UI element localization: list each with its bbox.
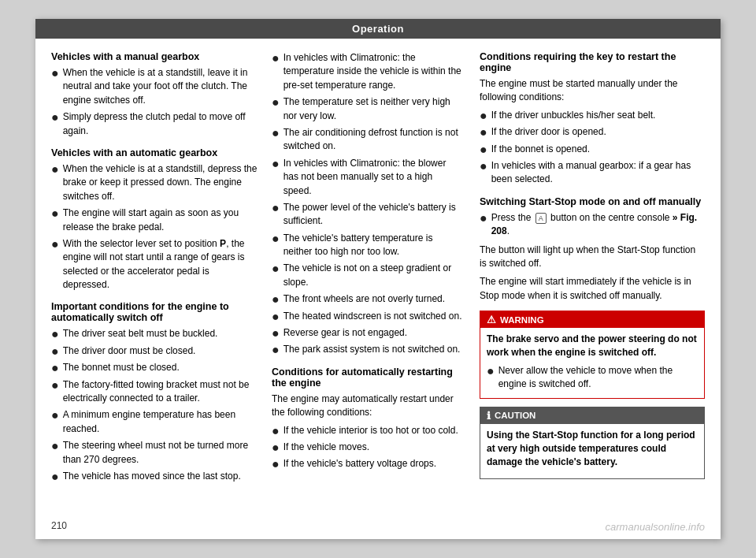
bullet-dot-icon: ●: [272, 127, 280, 140]
list-item: ● The factory-fitted towing bracket must…: [51, 378, 258, 406]
bullet-dot-icon: ●: [272, 158, 280, 170]
info-circle-icon: ℹ: [487, 410, 491, 422]
auto-restart-intro: The engine may automatically restart und…: [272, 392, 462, 420]
list-item: ● The driver door must be closed.: [51, 344, 258, 358]
list-item: ● A minimum engine temperature has been …: [51, 408, 258, 436]
list-item: ● Simply depress the clutch pedal to mov…: [51, 110, 258, 138]
bullet-dot-icon: ●: [51, 362, 59, 374]
list-item: ● If the vehicle moves.: [272, 441, 462, 454]
start-stop-button-icon: A: [536, 213, 547, 224]
warning-bold-text: The brake servo and the power steering d…: [487, 333, 697, 358]
bullet-dot-icon: ●: [272, 311, 280, 323]
bullet-dot-icon: ●: [51, 379, 59, 392]
page: Operation Vehicles with a manual gearbox…: [35, 19, 721, 539]
section-key-restart-title: Conditions requiring the key to restart …: [480, 51, 705, 73]
list-item: ● If the driver unbuckles his/her seat b…: [480, 109, 705, 122]
bullet-dot-icon: ●: [272, 293, 280, 306]
list-item: ● If the vehicle's battery voltage drops…: [272, 457, 462, 471]
bullet-dot-icon: ●: [272, 425, 280, 437]
caution-header: ℹ CAUTION: [480, 407, 704, 424]
section-auto-gearbox-title: Vehicles with an automatic gearbox: [51, 147, 258, 158]
bullet-dot-icon: ●: [272, 441, 280, 454]
list-item: ● If the vehicle interior is too hot or …: [272, 424, 462, 437]
bullet-dot-icon: ●: [480, 126, 487, 139]
list-item: ● In vehicles with Climatronic: the blow…: [272, 157, 462, 198]
bullet-dot-icon: ●: [51, 440, 59, 452]
bullet-text: The power level of the vehicle's battery…: [284, 201, 462, 229]
bullet-dot-icon: ●: [51, 345, 59, 358]
caution-text: Using the Start-Stop function for a long…: [487, 429, 698, 470]
bullet-dot-icon: ●: [51, 238, 59, 251]
bullet-text: If the driver unbuckles his/her seat bel…: [491, 109, 705, 122]
bullet-text: The front wheels are not overly turned.: [284, 292, 462, 306]
warning-box: ⚠ WARNING The brake servo and the power …: [480, 311, 705, 399]
bullet-dot-icon: ●: [51, 328, 59, 340]
list-item: ● Reverse gear is not engaged.: [272, 326, 462, 340]
bullet-dot-icon: ●: [272, 458, 280, 471]
list-item: ● The bonnet must be closed.: [51, 361, 258, 374]
list-item: ● The vehicle is not on a steep gradient…: [272, 262, 462, 289]
bullet-text: The air conditioning defrost function is…: [284, 126, 462, 154]
bullet-text: A minimum engine temperature has been re…: [63, 408, 258, 436]
bullet-dot-icon: ●: [51, 409, 59, 422]
section-manual-gearbox-title: Vehicles with a manual gearbox: [51, 51, 258, 62]
warning-body: The brake servo and the power steering d…: [480, 328, 704, 398]
list-item: ● With the selector lever set to positio…: [51, 237, 258, 292]
bullet-text: The bonnet must be closed.: [63, 361, 258, 374]
list-item: ● The power level of the vehicle's batte…: [272, 201, 462, 229]
inline-bold: P: [220, 238, 226, 249]
list-item: ● The steering wheel must not be turned …: [51, 439, 258, 467]
list-item: ● When the vehicle is at a standstill, l…: [51, 66, 258, 107]
bullet-text: In vehicles with a manual gearbox: if a …: [491, 159, 705, 187]
bullet-text: The vehicle is not on a steep gradient o…: [284, 262, 462, 289]
list-item: ● If the driver door is opened.: [480, 125, 705, 139]
bullet-dot-icon: ●: [480, 160, 487, 173]
bullet-text: The park assist system is not switched o…: [284, 343, 462, 356]
list-item: ● In vehicles with a manual gearbox: if …: [480, 159, 705, 187]
bullet-text: In vehicles with Climatronic: the temper…: [284, 51, 462, 92]
bullet-text: Never allow the vehicle to move when the…: [498, 364, 698, 392]
key-restart-intro: The engine must be started manually unde…: [480, 77, 705, 105]
bullet-text: If the driver door is opened.: [491, 125, 705, 139]
list-item: ● Press the A button on the centre conso…: [480, 211, 705, 239]
bullet-dot-icon: ●: [51, 111, 59, 124]
bullet-text: The engine will start again as soon as y…: [63, 206, 258, 234]
list-item: ● The air conditioning defrost function …: [272, 126, 462, 154]
fig-reference: Fig. 208: [491, 212, 698, 236]
bullet-text: The driver seat belt must be buckled.: [63, 327, 258, 340]
bullet-text: The driver door must be closed.: [63, 344, 258, 358]
bullet-text: If the vehicle moves.: [284, 441, 462, 454]
section-startstop-title: Switching Start-Stop mode on and off man…: [480, 196, 705, 207]
bullet-dot-icon: ●: [272, 202, 280, 214]
list-item: ● The park assist system is not switched…: [272, 343, 462, 356]
caution-box: ℹ CAUTION Using the Start-Stop function …: [480, 407, 705, 479]
list-item: ● The heated windscreen is not switched …: [272, 310, 462, 323]
bullet-dot-icon: ●: [272, 262, 280, 275]
bullet-text: The steering wheel must not be turned mo…: [63, 439, 258, 467]
caution-bold-text: Using the Start-Stop function for a long…: [487, 430, 695, 468]
engine-start-text: The engine will start immediately if the…: [480, 275, 705, 303]
watermark-text: carmanualsonline.info: [606, 521, 705, 533]
bullet-text: When the vehicle is at a standstill, lea…: [63, 66, 258, 107]
bullet-text: If the vehicle interior is too hot or to…: [284, 424, 462, 437]
bullet-dot-icon: ●: [51, 67, 59, 80]
list-item: ● If the bonnet is opened.: [480, 143, 705, 156]
bullet-dot-icon: ●: [272, 232, 280, 245]
list-item: ● The engine will start again as soon as…: [51, 206, 258, 234]
list-item: ● The vehicle has moved since the last s…: [51, 470, 258, 483]
bullet-text: In vehicles with Climatronic: the blower…: [284, 157, 462, 198]
bullet-dot-icon: ●: [480, 143, 487, 156]
bullet-dot-icon: ●: [51, 471, 59, 483]
list-item: ● In vehicles with Climatronic: the temp…: [272, 51, 462, 92]
button-press-text: Press the A button on the centre console…: [491, 211, 705, 239]
list-item: ● Never allow the vehicle to move when t…: [487, 364, 698, 392]
warning-triangle-icon: ⚠: [487, 314, 496, 326]
bullet-text: The factory-fitted towing bracket must n…: [63, 378, 258, 406]
caution-body: Using the Start-Stop function for a long…: [480, 424, 704, 478]
button-light-text: The button will light up when the Start-…: [480, 244, 705, 271]
bullet-text: Simply depress the clutch pedal to move …: [63, 110, 258, 138]
list-item: ● The front wheels are not overly turned…: [272, 292, 462, 306]
bullet-dot-icon: ●: [272, 52, 280, 65]
list-item: ● The vehicle's battery temperature is n…: [272, 232, 462, 259]
bullet-dot-icon: ●: [480, 212, 487, 225]
